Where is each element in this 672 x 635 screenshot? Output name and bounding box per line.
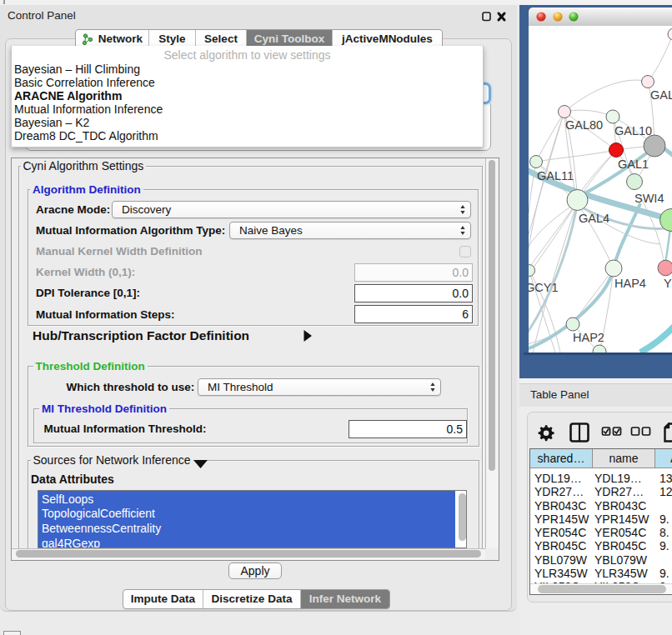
svg-text:GAL4: GAL4 (579, 212, 609, 225)
svg-text:HAP4: HAP4 (614, 277, 646, 290)
svg-text:SWI4: SWI4 (634, 192, 664, 205)
svg-text:GCY1: GCY1 (529, 281, 559, 294)
svg-text:GAL1: GAL1 (618, 158, 649, 171)
svg-text:GAL80: GAL80 (565, 118, 603, 132)
svg-text:GAL2: GAL2 (650, 88, 672, 102)
svg-text:GAL10: GAL10 (614, 124, 652, 138)
svg-text:GAL11: GAL11 (537, 169, 574, 182)
svg-text:HAP2: HAP2 (573, 331, 604, 344)
svg-text:Y: Y (664, 277, 672, 290)
